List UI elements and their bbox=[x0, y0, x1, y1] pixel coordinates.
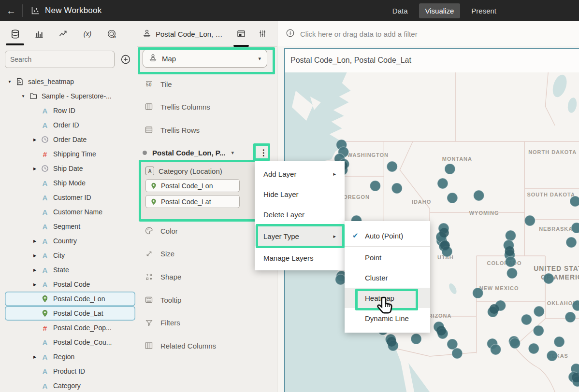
menu-item-layer-type[interactable]: Layer Type ▸ bbox=[255, 226, 345, 246]
svg-text:OREGON: OREGON bbox=[343, 194, 370, 200]
layer-options-kebab-button[interactable]: ⋮ bbox=[257, 146, 270, 159]
svg-text:NORTH DAKOTA: NORTH DAKOTA bbox=[528, 149, 577, 155]
drop-target-shape[interactable]: Shape bbox=[137, 268, 277, 285]
caret-right-icon[interactable]: ▶ bbox=[31, 268, 39, 272]
tab-grammar-icon[interactable] bbox=[232, 21, 249, 46]
nav-data[interactable]: Data bbox=[386, 3, 414, 18]
menu-item-manage-layers[interactable]: Manage Layers bbox=[255, 248, 345, 268]
nav-present[interactable]: Present bbox=[465, 3, 503, 18]
text-field-icon: A bbox=[39, 194, 51, 202]
tree-dataset[interactable]: ▼ sales_heatmap bbox=[0, 74, 137, 89]
viz-type-dropdown[interactable]: Map ▾ bbox=[143, 49, 267, 68]
text-field-icon: A bbox=[39, 208, 51, 216]
tab-settings-icon[interactable] bbox=[254, 21, 271, 46]
trellis-columns-icon bbox=[144, 102, 154, 111]
shape-icon bbox=[144, 273, 154, 281]
tab-auto-insights-icon[interactable]: R bbox=[100, 21, 124, 46]
drop-target-trellis-rows[interactable]: Trellis Rows bbox=[137, 122, 277, 138]
caret-right-icon[interactable]: ▶ bbox=[31, 282, 39, 287]
tree-field[interactable]: ▶ Order Date bbox=[0, 132, 137, 147]
topbar-divider bbox=[22, 4, 23, 17]
submenu-item-point[interactable]: Point bbox=[345, 247, 430, 267]
menu-item-hide-layer[interactable]: Hide Layer bbox=[255, 184, 345, 204]
svg-text:SOUTH DAKOTA: SOUTH DAKOTA bbox=[527, 192, 575, 197]
tree-field[interactable]: A Ship Mode bbox=[0, 176, 137, 190]
tree-field[interactable]: ▶ A Country bbox=[0, 234, 137, 248]
svg-text:WASHINGTON: WASHINGTON bbox=[347, 152, 389, 158]
text-field-icon: A bbox=[39, 338, 51, 347]
text-field-icon: A bbox=[39, 237, 51, 245]
caret-right-icon[interactable]: ▶ bbox=[31, 138, 39, 142]
tree-field[interactable]: ▶ A City bbox=[0, 248, 137, 263]
tree-field[interactable]: A Category bbox=[0, 378, 137, 392]
back-button[interactable]: ← bbox=[0, 0, 22, 21]
caret-down-icon[interactable]: ▼ bbox=[19, 94, 27, 98]
tree-field[interactable]: A Customer ID bbox=[0, 190, 137, 205]
tree-field[interactable]: A Order ID bbox=[0, 118, 137, 132]
tree-field-selected[interactable]: Postal Code_Lat bbox=[5, 306, 135, 321]
data-panel-tabs: (x) R bbox=[0, 21, 137, 46]
add-filter-icon bbox=[286, 28, 295, 39]
map-viz-icon bbox=[149, 54, 157, 63]
nav-visualize[interactable]: Visualize bbox=[419, 3, 461, 18]
add-dataset-button[interactable] bbox=[119, 53, 132, 66]
layer-row[interactable]: Postal Code_Lon, P... ▾ ⋮ bbox=[137, 144, 277, 161]
drop-target-filters[interactable]: Filters bbox=[137, 314, 277, 331]
menu-item-add-layer[interactable]: Add Layer ▸ bbox=[255, 164, 345, 184]
submenu-item-auto-point[interactable]: ✔ Auto (Point) bbox=[345, 225, 430, 246]
drop-target-trellis-columns[interactable]: Trellis Columns bbox=[137, 98, 277, 115]
geo-field-icon bbox=[39, 309, 51, 317]
tree-field[interactable]: ▶ A State bbox=[0, 263, 137, 277]
drop-target-tile[interactable]: 50 Tile bbox=[137, 76, 277, 92]
layer-name: Postal Code_Lon, P... bbox=[152, 149, 225, 157]
chevron-down-icon[interactable]: ▾ bbox=[231, 150, 234, 156]
caret-right-icon[interactable]: ▶ bbox=[31, 167, 39, 171]
text-field-icon: A bbox=[39, 266, 51, 274]
tree-field-selected[interactable]: Postal Code_Lon bbox=[5, 292, 135, 306]
tree-field[interactable]: A Product ID bbox=[0, 364, 137, 378]
filter-funnel-icon bbox=[144, 319, 154, 327]
tree-field[interactable]: ▶ Ship Date bbox=[0, 161, 137, 176]
layer-bullet-icon bbox=[143, 151, 147, 155]
caret-down-icon[interactable]: ▼ bbox=[6, 80, 14, 84]
tree-field[interactable]: A Segment bbox=[0, 219, 137, 234]
search-input[interactable] bbox=[5, 51, 115, 68]
tree-folder[interactable]: ▼ Sample - Superstore-... bbox=[0, 89, 137, 103]
field-chip-postal-code-lat[interactable]: Postal Code_Lat bbox=[145, 195, 240, 208]
geo-field-icon bbox=[39, 295, 51, 303]
submenu-item-heatmap[interactable]: Heatmap bbox=[345, 288, 430, 308]
filter-bar-text: Click here or drag data to add a filter bbox=[300, 30, 418, 38]
menu-item-delete-layer[interactable]: Delete Layer bbox=[255, 204, 345, 224]
tab-analytics-icon[interactable] bbox=[51, 21, 75, 46]
tree-field[interactable]: # Shipping Time bbox=[0, 147, 137, 161]
submenu-item-dynamic-line[interactable]: Dynamic Line bbox=[345, 308, 430, 328]
tree-field[interactable]: ▶ A Region bbox=[0, 350, 137, 364]
submenu-arrow-icon: ▸ bbox=[333, 171, 336, 177]
tab-visualizations-icon[interactable] bbox=[27, 21, 51, 46]
svg-text:NEW MEXICO: NEW MEXICO bbox=[479, 285, 519, 291]
svg-text:R: R bbox=[113, 35, 116, 39]
drop-target-tooltip[interactable]: Tooltip bbox=[137, 292, 277, 308]
attribute-icon: A bbox=[145, 167, 154, 175]
tab-data-icon[interactable] bbox=[3, 21, 27, 46]
caret-right-icon[interactable]: ▶ bbox=[31, 253, 39, 258]
menu-separator bbox=[255, 225, 345, 225]
tree-field[interactable]: A Postal Code_Cou... bbox=[0, 335, 137, 350]
submenu-item-cluster[interactable]: Cluster bbox=[345, 267, 430, 288]
tree-field[interactable]: A Customer Name bbox=[0, 205, 137, 219]
tree-field[interactable]: ▶ A Postal Code bbox=[0, 277, 137, 292]
dataset-icon bbox=[14, 78, 26, 85]
tab-parameters-icon[interactable]: (x) bbox=[75, 21, 100, 46]
geo-pin-icon bbox=[150, 182, 157, 189]
text-field-icon: A bbox=[39, 382, 51, 390]
filter-bar[interactable]: Click here or drag data to add a filter bbox=[277, 21, 579, 47]
caret-right-icon[interactable]: ▶ bbox=[31, 239, 39, 243]
category-drop-zone[interactable]: A Category (Location) Postal Code_Lon Po… bbox=[139, 160, 266, 222]
caret-right-icon[interactable]: ▶ bbox=[31, 355, 39, 359]
tree-field[interactable]: A Row ID bbox=[0, 103, 137, 118]
geo-pin-icon bbox=[150, 198, 157, 205]
color-icon bbox=[144, 226, 154, 235]
drop-target-related-columns[interactable]: Related Columns bbox=[137, 337, 277, 354]
field-chip-postal-code-lon[interactable]: Postal Code_Lon bbox=[145, 179, 240, 192]
tree-field[interactable]: # Postal Code_Pop... bbox=[0, 321, 137, 335]
